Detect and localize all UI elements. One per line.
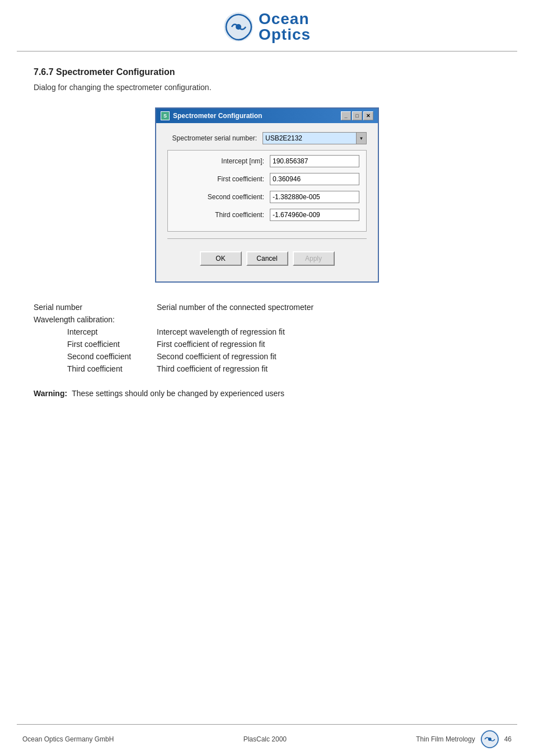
dialog-buttons: OK Cancel Apply bbox=[167, 246, 367, 273]
spectrometer-config-dialog: S Spectrometer Configuration _ □ ✕ Spect… bbox=[155, 107, 379, 283]
info-table: Serial number Serial number of the conne… bbox=[34, 303, 500, 373]
second-coeff-row: Second coefficient: bbox=[175, 191, 359, 203]
serial-dropdown-arrow[interactable]: ▼ bbox=[357, 132, 367, 144]
info-def-serial: Serial number of the connected spectrome… bbox=[157, 303, 500, 312]
footer-product: PlasCalc 2000 bbox=[243, 735, 287, 743]
info-term-intercept: Intercept bbox=[34, 327, 157, 336]
intercept-label: Intercept [nm]: bbox=[175, 157, 264, 165]
coefficients-box: Intercept [nm]: First coefficient: Secon… bbox=[167, 150, 367, 232]
warning-row: Warning: These settings should only be c… bbox=[34, 389, 500, 398]
page-footer: Ocean Optics Germany GmbH PlasCalc 2000 … bbox=[0, 724, 534, 756]
warning-text: These settings should only be changed by… bbox=[72, 389, 284, 398]
second-coeff-input[interactable] bbox=[270, 191, 359, 203]
minimize-button[interactable]: _ bbox=[341, 111, 351, 120]
ok-button[interactable]: OK bbox=[200, 251, 242, 266]
info-term-first: First coefficient bbox=[34, 340, 157, 349]
info-row-third: Third coefficient Third coefficient of r… bbox=[34, 364, 500, 373]
third-coeff-input[interactable] bbox=[270, 209, 359, 221]
info-term-third: Third coefficient bbox=[34, 364, 157, 373]
dialog-title-left: S Spectrometer Configuration bbox=[161, 111, 262, 120]
second-coeff-label: Second coefficient: bbox=[175, 193, 264, 201]
info-def-intercept: Intercept wavelength of regression fit bbox=[157, 327, 500, 336]
info-def-first: First coefficient of regression fit bbox=[157, 340, 500, 349]
section-title: 7.6.7 Spectrometer Configuration bbox=[34, 67, 500, 77]
dialog-controls[interactable]: _ □ ✕ bbox=[341, 111, 373, 120]
logo-icon bbox=[223, 12, 254, 43]
warning-label: Warning: bbox=[34, 389, 67, 398]
info-def-third: Third coefficient of regression fit bbox=[157, 364, 500, 373]
info-term-second: Second coefficient bbox=[34, 352, 157, 361]
third-coeff-label: Third coefficient: bbox=[175, 211, 264, 219]
info-row-second: Second coefficient Second coefficient of… bbox=[34, 352, 500, 361]
info-row-serial: Serial number Serial number of the conne… bbox=[34, 303, 500, 312]
info-row-wavelength: Wavelength calibration: bbox=[34, 315, 500, 324]
first-coeff-input[interactable] bbox=[270, 173, 359, 185]
page-header: Ocean Optics bbox=[0, 0, 534, 51]
serial-dropdown-wrap[interactable]: ▼ bbox=[263, 132, 367, 144]
logo-line2: Optics bbox=[259, 27, 311, 43]
info-term-wavelength: Wavelength calibration: bbox=[34, 315, 157, 324]
logo: Ocean Optics bbox=[223, 11, 311, 43]
dialog-title-text: Spectrometer Configuration bbox=[173, 112, 262, 120]
cancel-button[interactable]: Cancel bbox=[246, 251, 288, 266]
dialog-icon: S bbox=[161, 111, 170, 120]
info-row-first: First coefficient First coefficient of r… bbox=[34, 340, 500, 349]
logo-text: Ocean Optics bbox=[259, 11, 311, 43]
first-coeff-label: First coefficient: bbox=[175, 175, 264, 183]
close-button[interactable]: ✕ bbox=[363, 111, 373, 120]
dialog-icon-label: S bbox=[163, 113, 167, 119]
dialog-titlebar: S Spectrometer Configuration _ □ ✕ bbox=[156, 109, 378, 123]
dialog-body: Spectrometer serial number: ▼ Intercept … bbox=[156, 123, 378, 281]
info-row-intercept: Intercept Intercept wavelength of regres… bbox=[34, 327, 500, 336]
svg-point-3 bbox=[488, 738, 491, 741]
logo-line1: Ocean bbox=[259, 11, 311, 27]
serial-number-row: Spectrometer serial number: ▼ bbox=[167, 132, 367, 144]
footer-content: Ocean Optics Germany GmbH PlasCalc 2000 … bbox=[0, 725, 534, 756]
footer-right: Thin Film Metrology 46 bbox=[416, 729, 512, 749]
footer-subtitle: Thin Film Metrology bbox=[416, 735, 475, 743]
dialog-wrapper: S Spectrometer Configuration _ □ ✕ Spect… bbox=[34, 107, 500, 283]
intercept-input[interactable] bbox=[270, 155, 359, 167]
page-number: 46 bbox=[504, 735, 512, 743]
serial-input[interactable] bbox=[263, 132, 357, 144]
dialog-separator bbox=[167, 238, 367, 239]
footer-logo-icon bbox=[480, 729, 500, 749]
intercept-row: Intercept [nm]: bbox=[175, 155, 359, 167]
info-term-serial: Serial number bbox=[34, 303, 157, 312]
restore-button[interactable]: □ bbox=[352, 111, 362, 120]
svg-point-1 bbox=[236, 24, 241, 30]
info-def-second: Second coefficient of regression fit bbox=[157, 352, 500, 361]
footer-company: Ocean Optics Germany GmbH bbox=[22, 735, 114, 743]
first-coeff-row: First coefficient: bbox=[175, 173, 359, 185]
section-desc: Dialog for changing the spectrometer con… bbox=[34, 83, 500, 92]
third-coeff-row: Third coefficient: bbox=[175, 209, 359, 221]
main-content: 7.6.7 Spectrometer Configuration Dialog … bbox=[0, 51, 534, 420]
serial-label: Spectrometer serial number: bbox=[167, 134, 257, 142]
apply-button[interactable]: Apply bbox=[293, 251, 335, 266]
